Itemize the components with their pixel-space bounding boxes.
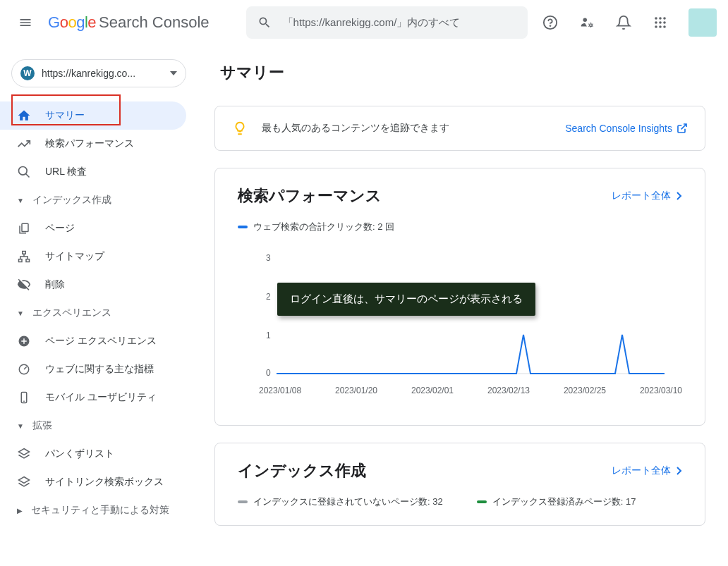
property-text: https://kanrekigg.co...: [42, 68, 163, 79]
legend-swatch: [238, 226, 248, 228]
bell-icon: [616, 15, 631, 30]
svg-text:3: 3: [266, 253, 271, 263]
svg-rect-16: [23, 252, 26, 254]
apps-button[interactable]: [646, 8, 674, 37]
sidebar-item-sitelinks-searchbox[interactable]: サイトリンク検索ボックス: [0, 468, 186, 496]
svg-rect-18: [26, 259, 30, 262]
hamburger-icon: [18, 16, 32, 30]
sidebar-item-label: 削除: [45, 278, 65, 291]
home-icon: [17, 109, 31, 123]
help-icon: [542, 15, 558, 30]
pages-icon: [18, 222, 30, 235]
product-name: Search Console: [99, 13, 210, 32]
performance-full-report-link[interactable]: レポート全体: [612, 190, 682, 202]
legend-swatch: [238, 500, 248, 503]
property-selector[interactable]: W https://kanrekigg.co...: [11, 59, 186, 87]
legend-swatch: [477, 500, 487, 503]
svg-point-8: [659, 21, 662, 24]
insights-text: 最も人気のあるコンテンツを追跡できます: [262, 122, 551, 135]
sidebar-item-mobile-usability[interactable]: モバイル ユーザビリティ: [0, 383, 186, 412]
svg-point-1: [550, 25, 551, 26]
open-in-new-icon: [677, 123, 688, 134]
svg-point-7: [655, 21, 657, 24]
sidebar-item-pages[interactable]: ページ: [0, 214, 186, 242]
trending-icon: [17, 137, 31, 151]
layers-icon: [18, 476, 30, 488]
layers-icon: [18, 448, 30, 460]
sidebar-item-summary[interactable]: サマリー: [0, 101, 186, 130]
section-title: セキュリティと手動による対策: [31, 504, 169, 517]
svg-marker-24: [19, 477, 30, 484]
sidebar-item-page-experience[interactable]: ページ エクスペリエンス: [0, 327, 186, 355]
tutorial-annotation: ログイン直後は、サマリーのページが表示される: [277, 283, 535, 316]
search-icon: [257, 16, 272, 30]
legend-label: インデックスに登録されていないページ数: 32: [253, 496, 443, 508]
svg-rect-15: [22, 223, 28, 231]
chevron-down-icon: ▼: [17, 422, 24, 430]
legend-label: ウェブ検索の合計クリック数: 2 回: [253, 221, 394, 233]
report-link-label: レポート全体: [612, 465, 671, 477]
svg-text:0: 0: [266, 368, 271, 377]
sidebar-section-security[interactable]: ▶ セキュリティと手動による対策: [0, 496, 198, 524]
sidebar-section-experience[interactable]: ▼ エクスペリエンス: [0, 299, 198, 327]
sidebar-item-label: ページ エクスペリエンス: [45, 335, 157, 347]
sidebar-section-enhancements[interactable]: ▼ 拡張: [0, 412, 198, 440]
visibility-off-icon: [17, 278, 31, 292]
svg-text:1: 1: [266, 331, 271, 340]
sidebar-item-label: サイトリンク検索ボックス: [45, 476, 164, 488]
main-content: サマリー 最も人気のあるコンテンツを追跡できます Search Console …: [198, 45, 728, 566]
sidebar-item-removals[interactable]: 削除: [0, 271, 186, 299]
apps-grid-icon: [654, 16, 667, 29]
svg-text:2: 2: [266, 292, 271, 302]
performance-legend: ウェブ検索の合計クリック数: 2 回: [238, 221, 682, 233]
section-title: 拡張: [32, 419, 52, 432]
logo[interactable]: Google Search Console: [48, 13, 210, 32]
sidebar-item-label: ページ: [45, 222, 75, 235]
sidebar-section-indexing[interactable]: ▼ インデックス作成: [0, 186, 198, 214]
sidebar-item-performance[interactable]: 検索パフォーマンス: [0, 130, 186, 158]
sidebar-item-label: 検索パフォーマンス: [45, 137, 134, 150]
svg-rect-17: [19, 259, 23, 262]
dropdown-icon: [170, 71, 177, 75]
insights-link[interactable]: Search Console Insights: [565, 123, 688, 134]
indexing-full-report-link[interactable]: レポート全体: [612, 465, 682, 477]
svg-point-2: [583, 18, 588, 22]
sidebar-item-label: サマリー: [45, 109, 85, 122]
settings-button[interactable]: [573, 8, 601, 37]
sidebar-item-core-web-vitals[interactable]: ウェブに関する主な指標: [0, 355, 186, 383]
indexing-title: インデックス作成: [238, 460, 366, 481]
legend-label: インデックス登録済みページ数: 17: [492, 496, 636, 508]
chevron-down-icon: ▼: [17, 197, 24, 204]
sidebar-item-url-inspect[interactable]: URL 検査: [0, 158, 186, 186]
sidebar-item-sitemaps[interactable]: サイトマップ: [0, 242, 186, 271]
section-title: エクスペリエンス: [32, 307, 111, 319]
sidebar-item-breadcrumbs[interactable]: パンくずリスト: [0, 440, 186, 468]
avatar[interactable]: [688, 8, 717, 37]
settings-people-icon: [579, 15, 595, 30]
sidebar-item-label: パンくずリスト: [45, 448, 114, 460]
indexing-card: インデックス作成 レポート全体 インデックスに登録されていないページ数: 32 …: [214, 443, 705, 526]
mobile-icon: [18, 391, 30, 404]
section-title: インデックス作成: [32, 194, 111, 207]
header: Google Search Console 「https://kanrekigg…: [0, 0, 728, 45]
indexing-legend-indexed: インデックス登録済みページ数: 17: [477, 496, 636, 508]
header-actions: [536, 8, 717, 37]
svg-point-4: [655, 17, 657, 20]
sidebar-item-label: ウェブに関する主な指標: [45, 363, 154, 376]
svg-point-9: [663, 21, 666, 24]
help-button[interactable]: [536, 8, 564, 37]
svg-point-5: [659, 17, 662, 20]
menu-button[interactable]: [11, 8, 40, 37]
report-link-label: レポート全体: [612, 190, 671, 202]
svg-point-12: [663, 25, 666, 28]
sitemap-icon: [18, 250, 30, 263]
notifications-button[interactable]: [609, 8, 638, 37]
search-bar[interactable]: 「https://kanrekigg.com/」内のすべて: [246, 6, 528, 39]
svg-point-6: [663, 17, 666, 20]
svg-line-14: [26, 174, 30, 178]
performance-chart: 3 2 1 0 2023/01/08 2023/01/20 2023/02/01…: [238, 250, 682, 405]
svg-point-11: [659, 25, 662, 28]
sidebar-item-label: サイトマップ: [45, 250, 104, 263]
performance-title: 検索パフォーマンス: [238, 185, 382, 207]
chevron-right-icon: [677, 467, 682, 475]
